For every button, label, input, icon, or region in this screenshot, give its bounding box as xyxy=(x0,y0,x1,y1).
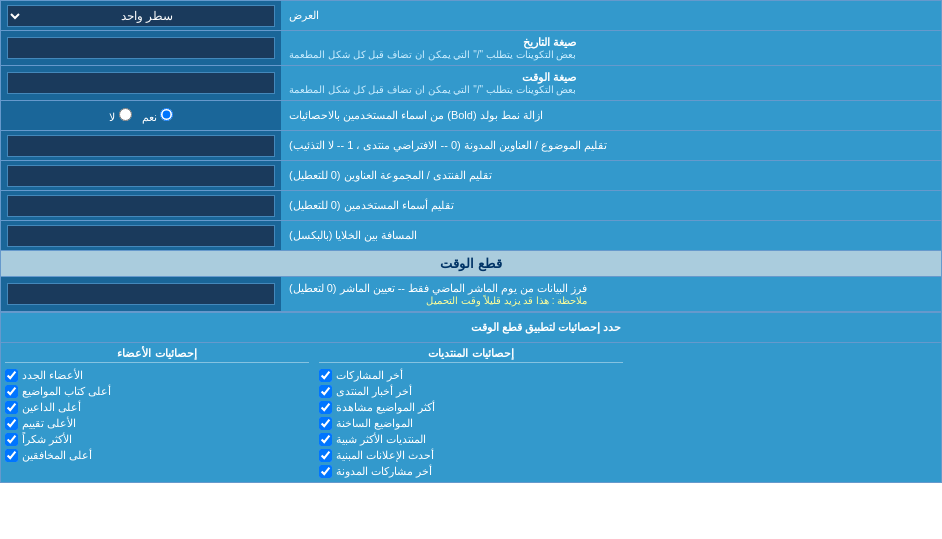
time-format-input-cell: H:i xyxy=(1,66,281,100)
stats-apply-row: حدد إحصائيات لتطبيق قطع الوقت xyxy=(1,313,941,343)
date-format-label: صيغة التاريخ بعض التكوينات يتطلب "/" الت… xyxy=(281,31,941,65)
bold-remove-yes-label: نعم xyxy=(142,108,173,124)
time-format-input[interactable]: H:i xyxy=(7,72,275,94)
cb-last-news-input[interactable] xyxy=(319,385,332,398)
username-ordering-label: تقليم أسماء المستخدمين (0 للتعطيل) xyxy=(281,191,941,220)
cb-top-gifted-input[interactable] xyxy=(5,449,18,462)
cb-new-members-input[interactable] xyxy=(5,369,18,382)
cb-last-blog-input[interactable] xyxy=(319,465,332,478)
subject-ordering-row: تقليم الموضوع / العناوين المدونة (0 -- ا… xyxy=(1,131,941,161)
cb-hot-topics-input[interactable] xyxy=(319,417,332,430)
bold-remove-no-radio[interactable] xyxy=(119,108,132,121)
space-between-row: المسافة بين الخلايا (بالبكسل) 2 xyxy=(1,221,941,251)
subject-ordering-label: تقليم الموضوع / العناوين المدونة (0 -- ا… xyxy=(281,131,941,160)
date-format-row: صيغة التاريخ بعض التكوينات يتطلب "/" الت… xyxy=(1,31,941,66)
cb-top-inviters: أعلى الداعين xyxy=(5,401,309,414)
display-mode-label: العرض xyxy=(281,1,941,30)
forum-stats-header: إحصائيات المنتديات xyxy=(319,347,623,363)
time-format-row: صيغة الوقت بعض التكوينات يتطلب "/" التي … xyxy=(1,66,941,101)
cutoff-input[interactable]: 0 xyxy=(7,283,275,305)
checkboxes-area: إحصائيات المنتديات أخر المشاركات أخر أخب… xyxy=(1,343,941,482)
cb-new-members: الأعضاء الجدد xyxy=(5,369,309,382)
settings-table: العرض سطر واحد عدة أسطر صيغة التاريخ بعض… xyxy=(0,0,942,483)
cb-most-viewed-input[interactable] xyxy=(319,401,332,414)
col-forum-stats: إحصائيات المنتديات أخر المشاركات أخر أخب… xyxy=(319,347,623,478)
cb-most-forums: المنتديات الأكثر شبية xyxy=(319,433,623,446)
cb-top-writers-input[interactable] xyxy=(5,385,18,398)
subject-ordering-input[interactable]: 33 xyxy=(7,135,275,157)
space-between-label: المسافة بين الخلايا (بالبكسل) xyxy=(281,221,941,250)
forum-ordering-input-cell: 33 xyxy=(1,161,281,190)
cutoff-input-cell: 0 xyxy=(1,277,281,311)
username-ordering-input-cell: 0 xyxy=(1,191,281,220)
cb-last-news: أخر أخبار المنتدى xyxy=(319,385,623,398)
cb-top-inviters-input[interactable] xyxy=(5,401,18,414)
bold-remove-label: ازالة نمط بولد (Bold) من اسماء المستخدمي… xyxy=(281,101,941,130)
cb-hot-topics: المواضيع الساخنة xyxy=(319,417,623,430)
display-mode-input-cell: سطر واحد عدة أسطر xyxy=(1,1,281,30)
username-ordering-row: تقليم أسماء المستخدمين (0 للتعطيل) 0 xyxy=(1,191,941,221)
cb-most-forums-input[interactable] xyxy=(319,433,332,446)
display-mode-select[interactable]: سطر واحد عدة أسطر xyxy=(7,5,275,27)
bold-remove-input-cell: نعم لا xyxy=(1,101,281,130)
cb-last-posts-input[interactable] xyxy=(319,369,332,382)
space-between-input-cell: 2 xyxy=(1,221,281,250)
col-member-stats: إحصائيات الأعضاء الأعضاء الجدد أعلى كتاب… xyxy=(5,347,309,478)
cb-last-blog: أخر مشاركات المدونة xyxy=(319,465,623,478)
date-format-input-cell: d-m xyxy=(1,31,281,65)
cb-latest-annc-input[interactable] xyxy=(319,449,332,462)
cb-top-gifted: أعلى المخافقين xyxy=(5,449,309,462)
cb-top-rated-input[interactable] xyxy=(5,417,18,430)
forum-ordering-row: تقليم الفنتدى / المجموعة العناوين (0 للت… xyxy=(1,161,941,191)
member-stats-header: إحصائيات الأعضاء xyxy=(5,347,309,363)
cb-last-posts: أخر المشاركات xyxy=(319,369,623,382)
cb-most-thanks-input[interactable] xyxy=(5,433,18,446)
bold-remove-row: ازالة نمط بولد (Bold) من اسماء المستخدمي… xyxy=(1,101,941,131)
cutoff-label: فرز البيانات من يوم الماشر الماضي فقط --… xyxy=(281,277,941,311)
cb-latest-annc: أحدث الإعلانات المبنية xyxy=(319,449,623,462)
checkboxes-section: حدد إحصائيات لتطبيق قطع الوقت إحصائيات ا… xyxy=(1,312,941,482)
forum-ordering-label: تقليم الفنتدى / المجموعة العناوين (0 للت… xyxy=(281,161,941,190)
cb-most-thanks: الأكثر شكراً xyxy=(5,433,309,446)
time-format-label: صيغة الوقت بعض التكوينات يتطلب "/" التي … xyxy=(281,66,941,100)
forum-ordering-input[interactable]: 33 xyxy=(7,165,275,187)
cb-top-writers: أعلى كتاب المواضيع xyxy=(5,385,309,398)
date-format-input[interactable]: d-m xyxy=(7,37,275,59)
cb-most-viewed: أكثر المواضيع مشاهدة xyxy=(319,401,623,414)
cutoff-row: فرز البيانات من يوم الماشر الماضي فقط --… xyxy=(1,277,941,312)
subject-ordering-input-cell: 33 xyxy=(1,131,281,160)
stats-apply-label: حدد إحصائيات لتطبيق قطع الوقت xyxy=(463,313,941,342)
col-empty xyxy=(633,347,937,478)
username-ordering-input[interactable]: 0 xyxy=(7,195,275,217)
bold-remove-no-label: لا xyxy=(109,108,131,124)
display-mode-row: العرض سطر واحد عدة أسطر xyxy=(1,1,941,31)
cutoff-section-header: قطع الوقت xyxy=(1,251,941,277)
bold-remove-yes-radio[interactable] xyxy=(160,108,173,121)
cb-top-rated: الأعلى تقييم xyxy=(5,417,309,430)
space-between-input[interactable]: 2 xyxy=(7,225,275,247)
